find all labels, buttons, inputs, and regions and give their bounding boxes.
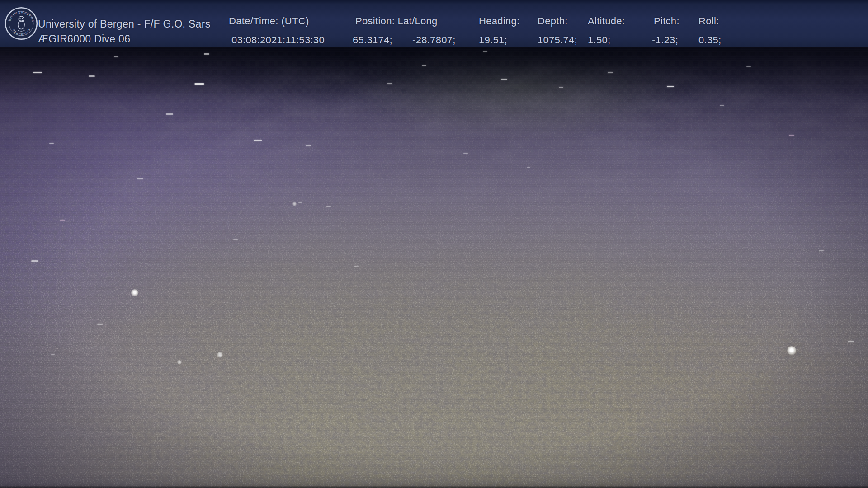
position-label: Position: Lat/Long — [355, 15, 438, 27]
rov-video-frame: UNIVERSITAS BERGENSIS University of Berg… — [0, 0, 868, 488]
university-of-bergen-seal-icon: UNIVERSITAS BERGENSIS — [4, 6, 38, 41]
altitude-label: Altitude: — [588, 15, 625, 27]
roll-value: 0.35; — [698, 34, 721, 46]
frame-bottom-edge — [0, 485, 868, 488]
video-scanlines — [0, 0, 868, 488]
latitude-value: 65.3174; — [353, 34, 392, 46]
longitude-value: -28.7807; — [412, 34, 456, 46]
depth-label: Depth: — [538, 15, 568, 27]
telemetry-bar: UNIVERSITAS BERGENSIS University of Berg… — [0, 0, 868, 47]
roll-label: Roll: — [698, 15, 719, 27]
depth-value: 1075.74; — [538, 34, 577, 46]
datetime-label: Date/Time: (UTC) — [229, 15, 309, 27]
datetime-value: 03:08:2021:11:53:30 — [231, 34, 325, 46]
pitch-label: Pitch: — [654, 15, 679, 27]
heading-label: Heading: — [479, 15, 519, 27]
dive-title: ÆGIR6000 Dive 06 — [38, 33, 130, 45]
altitude-value: 1.50; — [588, 34, 610, 46]
pitch-value: -1.23; — [652, 34, 678, 46]
heading-value: 19.51; — [479, 34, 507, 46]
vessel-title: University of Bergen - F/F G.O. Sars — [38, 18, 210, 30]
